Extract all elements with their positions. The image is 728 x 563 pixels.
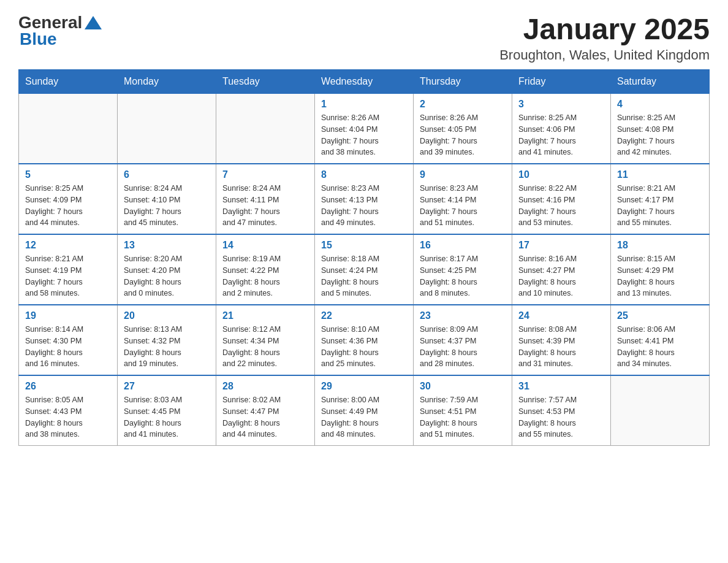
day-number: 22 <box>321 310 407 321</box>
day-info: Sunrise: 8:24 AM Sunset: 4:11 PM Dayligh… <box>222 183 308 229</box>
day-number: 17 <box>518 240 604 251</box>
week-row-1: 1Sunrise: 8:26 AM Sunset: 4:04 PM Daylig… <box>19 94 710 164</box>
calendar-cell: 22Sunrise: 8:10 AM Sunset: 4:36 PM Dayli… <box>315 305 414 375</box>
page-header: General Blue January 2025 Broughton, Wal… <box>18 12 710 63</box>
calendar-table: SundayMondayTuesdayWednesdayThursdayFrid… <box>18 69 710 446</box>
calendar-cell: 27Sunrise: 8:03 AM Sunset: 4:45 PM Dayli… <box>118 375 216 446</box>
calendar-cell: 31Sunrise: 7:57 AM Sunset: 4:53 PM Dayli… <box>512 375 611 446</box>
day-info: Sunrise: 8:23 AM Sunset: 4:13 PM Dayligh… <box>321 183 407 229</box>
calendar-cell: 29Sunrise: 8:00 AM Sunset: 4:49 PM Dayli… <box>315 375 414 446</box>
day-number: 10 <box>518 169 604 180</box>
day-number: 16 <box>420 240 506 251</box>
day-info: Sunrise: 8:19 AM Sunset: 4:22 PM Dayligh… <box>222 253 308 299</box>
weekday-header-thursday: Thursday <box>414 70 512 94</box>
weekday-header-saturday: Saturday <box>611 70 710 94</box>
logo-blue: Blue <box>20 29 57 49</box>
day-number: 23 <box>420 310 506 321</box>
calendar-cell: 8Sunrise: 8:23 AM Sunset: 4:13 PM Daylig… <box>315 164 414 234</box>
day-number: 3 <box>518 99 604 110</box>
day-info: Sunrise: 8:03 AM Sunset: 4:45 PM Dayligh… <box>124 394 210 440</box>
weekday-header-wednesday: Wednesday <box>315 70 414 94</box>
svg-marker-0 <box>85 16 102 29</box>
day-info: Sunrise: 8:00 AM Sunset: 4:49 PM Dayligh… <box>321 394 407 440</box>
day-number: 7 <box>222 169 308 180</box>
week-row-3: 12Sunrise: 8:21 AM Sunset: 4:19 PM Dayli… <box>19 234 710 305</box>
calendar-cell: 2Sunrise: 8:26 AM Sunset: 4:05 PM Daylig… <box>414 94 512 164</box>
day-number: 27 <box>124 381 210 392</box>
location-title: Broughton, Wales, United Kingdom <box>499 47 710 63</box>
day-info: Sunrise: 8:25 AM Sunset: 4:08 PM Dayligh… <box>617 112 703 158</box>
day-info: Sunrise: 8:20 AM Sunset: 4:20 PM Dayligh… <box>124 253 210 299</box>
day-number: 5 <box>25 169 111 180</box>
day-number: 6 <box>124 169 210 180</box>
logo-triangle-icon <box>85 15 102 31</box>
day-info: Sunrise: 8:10 AM Sunset: 4:36 PM Dayligh… <box>321 324 407 370</box>
calendar-cell: 13Sunrise: 8:20 AM Sunset: 4:20 PM Dayli… <box>118 234 216 305</box>
day-info: Sunrise: 8:26 AM Sunset: 4:05 PM Dayligh… <box>420 112 506 158</box>
day-number: 15 <box>321 240 407 251</box>
calendar-cell <box>118 94 216 164</box>
day-info: Sunrise: 8:06 AM Sunset: 4:41 PM Dayligh… <box>617 324 703 370</box>
weekday-header-tuesday: Tuesday <box>216 70 315 94</box>
calendar-cell: 1Sunrise: 8:26 AM Sunset: 4:04 PM Daylig… <box>315 94 414 164</box>
calendar-cell: 18Sunrise: 8:15 AM Sunset: 4:29 PM Dayli… <box>611 234 710 305</box>
calendar-cell: 28Sunrise: 8:02 AM Sunset: 4:47 PM Dayli… <box>216 375 315 446</box>
day-info: Sunrise: 8:24 AM Sunset: 4:10 PM Dayligh… <box>124 183 210 229</box>
day-number: 24 <box>518 310 604 321</box>
day-number: 28 <box>222 381 308 392</box>
calendar-cell <box>611 375 710 446</box>
calendar-cell: 24Sunrise: 8:08 AM Sunset: 4:39 PM Dayli… <box>512 305 611 375</box>
day-number: 12 <box>25 240 111 251</box>
day-number: 14 <box>222 240 308 251</box>
weekday-header-row: SundayMondayTuesdayWednesdayThursdayFrid… <box>19 70 710 94</box>
logo: General Blue <box>18 12 102 49</box>
day-number: 1 <box>321 99 407 110</box>
day-number: 13 <box>124 240 210 251</box>
month-title: January 2025 <box>499 12 710 46</box>
day-number: 4 <box>617 99 703 110</box>
day-number: 21 <box>222 310 308 321</box>
day-number: 29 <box>321 381 407 392</box>
day-info: Sunrise: 8:16 AM Sunset: 4:27 PM Dayligh… <box>518 253 604 299</box>
week-row-5: 26Sunrise: 8:05 AM Sunset: 4:43 PM Dayli… <box>19 375 710 446</box>
day-info: Sunrise: 8:13 AM Sunset: 4:32 PM Dayligh… <box>124 324 210 370</box>
day-number: 31 <box>518 381 604 392</box>
calendar-cell: 11Sunrise: 8:21 AM Sunset: 4:17 PM Dayli… <box>611 164 710 234</box>
calendar-cell: 3Sunrise: 8:25 AM Sunset: 4:06 PM Daylig… <box>512 94 611 164</box>
calendar-cell: 15Sunrise: 8:18 AM Sunset: 4:24 PM Dayli… <box>315 234 414 305</box>
day-info: Sunrise: 7:57 AM Sunset: 4:53 PM Dayligh… <box>518 394 604 440</box>
day-info: Sunrise: 8:14 AM Sunset: 4:30 PM Dayligh… <box>25 324 111 370</box>
day-info: Sunrise: 8:12 AM Sunset: 4:34 PM Dayligh… <box>222 324 308 370</box>
day-number: 8 <box>321 169 407 180</box>
weekday-header-friday: Friday <box>512 70 611 94</box>
calendar-cell <box>19 94 118 164</box>
day-number: 18 <box>617 240 703 251</box>
calendar-cell: 5Sunrise: 8:25 AM Sunset: 4:09 PM Daylig… <box>19 164 118 234</box>
title-block: January 2025 Broughton, Wales, United Ki… <box>499 12 710 63</box>
calendar-cell: 4Sunrise: 8:25 AM Sunset: 4:08 PM Daylig… <box>611 94 710 164</box>
calendar-cell: 26Sunrise: 8:05 AM Sunset: 4:43 PM Dayli… <box>19 375 118 446</box>
calendar-cell: 12Sunrise: 8:21 AM Sunset: 4:19 PM Dayli… <box>19 234 118 305</box>
week-row-2: 5Sunrise: 8:25 AM Sunset: 4:09 PM Daylig… <box>19 164 710 234</box>
calendar-cell: 19Sunrise: 8:14 AM Sunset: 4:30 PM Dayli… <box>19 305 118 375</box>
day-number: 11 <box>617 169 703 180</box>
day-info: Sunrise: 8:02 AM Sunset: 4:47 PM Dayligh… <box>222 394 308 440</box>
day-info: Sunrise: 8:21 AM Sunset: 4:19 PM Dayligh… <box>25 253 111 299</box>
day-number: 9 <box>420 169 506 180</box>
day-info: Sunrise: 8:21 AM Sunset: 4:17 PM Dayligh… <box>617 183 703 229</box>
calendar-cell: 10Sunrise: 8:22 AM Sunset: 4:16 PM Dayli… <box>512 164 611 234</box>
calendar-cell: 9Sunrise: 8:23 AM Sunset: 4:14 PM Daylig… <box>414 164 512 234</box>
day-number: 30 <box>420 381 506 392</box>
calendar-cell: 17Sunrise: 8:16 AM Sunset: 4:27 PM Dayli… <box>512 234 611 305</box>
day-info: Sunrise: 8:17 AM Sunset: 4:25 PM Dayligh… <box>420 253 506 299</box>
calendar-cell: 14Sunrise: 8:19 AM Sunset: 4:22 PM Dayli… <box>216 234 315 305</box>
day-info: Sunrise: 8:25 AM Sunset: 4:09 PM Dayligh… <box>25 183 111 229</box>
day-info: Sunrise: 8:09 AM Sunset: 4:37 PM Dayligh… <box>420 324 506 370</box>
weekday-header-sunday: Sunday <box>19 70 118 94</box>
calendar-cell: 20Sunrise: 8:13 AM Sunset: 4:32 PM Dayli… <box>118 305 216 375</box>
day-info: Sunrise: 8:05 AM Sunset: 4:43 PM Dayligh… <box>25 394 111 440</box>
day-number: 2 <box>420 99 506 110</box>
calendar-cell <box>216 94 315 164</box>
week-row-4: 19Sunrise: 8:14 AM Sunset: 4:30 PM Dayli… <box>19 305 710 375</box>
day-number: 19 <box>25 310 111 321</box>
